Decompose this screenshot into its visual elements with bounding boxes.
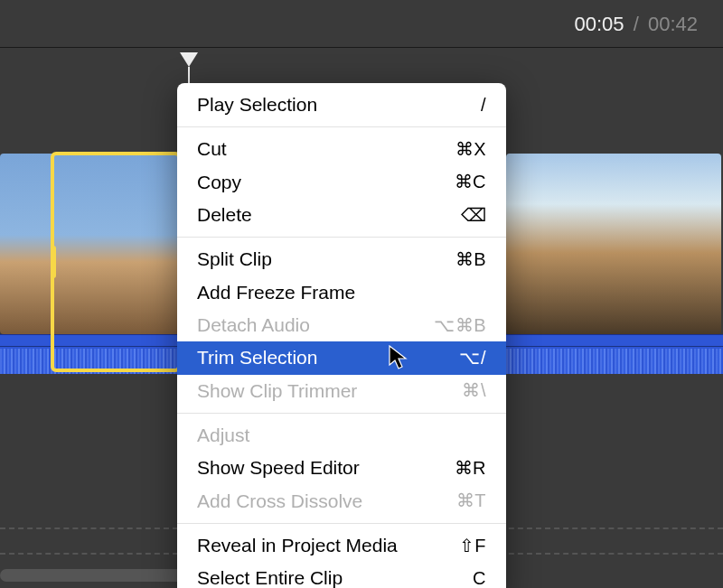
context-menu: Play Selection/Cut⌘XCopy⌘CDelete⌫Split C… bbox=[177, 83, 506, 588]
menu-item-show-clip-trimmer: Show Clip Trimmer⌘\ bbox=[177, 375, 506, 407]
menu-item-shortcut: ⌘T bbox=[456, 489, 486, 513]
toolbar-divider bbox=[0, 47, 723, 48]
menu-item-detach-audio: Detach Audio⌥⌘B bbox=[177, 309, 506, 341]
menu-item-shortcut: C bbox=[473, 566, 486, 588]
menu-item-label: Detach Audio bbox=[197, 313, 310, 338]
menu-item-label: Select Entire Clip bbox=[197, 565, 343, 588]
menu-item-label: Show Clip Trimmer bbox=[197, 378, 357, 404]
menu-item-trim-selection[interactable]: Trim Selection⌥/ bbox=[177, 341, 506, 374]
playhead-marker[interactable] bbox=[178, 51, 200, 69]
playhead-line bbox=[188, 67, 190, 85]
menu-item-split-clip[interactable]: Split Clip⌘B bbox=[177, 243, 506, 275]
menu-item-shortcut: ⌘C bbox=[455, 170, 486, 194]
menu-item-label: Cut bbox=[197, 136, 227, 162]
menu-item-reveal-in-project-media[interactable]: Reveal in Project Media⇧F bbox=[177, 529, 506, 562]
menu-item-shortcut: ⌘B bbox=[455, 247, 486, 272]
clip-thumbnail bbox=[506, 154, 721, 334]
clip-thumbnail bbox=[0, 154, 181, 334]
menu-item-adjust: Adjust bbox=[177, 419, 506, 452]
menu-item-cut[interactable]: Cut⌘X bbox=[177, 133, 506, 165]
menu-item-label: Copy bbox=[197, 170, 241, 195]
menu-item-shortcut: ⌥/ bbox=[459, 346, 486, 370]
timeline-clip[interactable] bbox=[506, 154, 721, 334]
menu-item-shortcut: ⌘R bbox=[455, 456, 486, 481]
menu-item-label: Add Cross Dissolve bbox=[197, 489, 362, 514]
menu-item-shortcut: ⇧F bbox=[459, 534, 486, 558]
timecode-separator: / bbox=[634, 13, 639, 35]
svg-marker-0 bbox=[180, 52, 198, 67]
timeline-clip[interactable] bbox=[0, 154, 181, 334]
menu-item-select-entire-clip[interactable]: Select Entire ClipC bbox=[177, 562, 506, 588]
menu-item-label: Reveal in Project Media bbox=[197, 533, 398, 558]
menu-item-add-cross-dissolve: Add Cross Dissolve⌘T bbox=[177, 485, 506, 518]
menu-item-label: Play Selection bbox=[197, 92, 317, 117]
menu-separator bbox=[177, 126, 506, 127]
timecode-current: 00:05 bbox=[575, 13, 624, 35]
menu-item-play-selection[interactable]: Play Selection/ bbox=[177, 89, 506, 121]
timecode-total: 00:42 bbox=[648, 13, 698, 35]
menu-item-copy[interactable]: Copy⌘C bbox=[177, 166, 506, 199]
menu-item-add-freeze-frame[interactable]: Add Freeze Frame bbox=[177, 276, 506, 309]
menu-item-shortcut: ⌘\ bbox=[462, 378, 486, 403]
menu-item-shortcut: ⌥⌘B bbox=[434, 313, 486, 338]
menu-separator bbox=[177, 413, 506, 414]
menu-item-label: Trim Selection bbox=[197, 345, 317, 370]
menu-item-show-speed-editor[interactable]: Show Speed Editor⌘R bbox=[177, 452, 506, 484]
menu-item-shortcut: ⌘X bbox=[455, 137, 486, 162]
menu-item-label: Show Speed Editor bbox=[197, 455, 360, 481]
menu-separator bbox=[177, 523, 506, 524]
menu-item-shortcut: ⌫ bbox=[461, 203, 487, 228]
timecode-display: 00:05 / 00:42 bbox=[575, 13, 699, 36]
menu-item-shortcut: / bbox=[481, 93, 486, 117]
menu-separator bbox=[177, 237, 506, 238]
menu-item-label: Split Clip bbox=[197, 247, 272, 272]
menu-item-delete[interactable]: Delete⌫ bbox=[177, 199, 506, 231]
menu-item-label: Delete bbox=[197, 202, 252, 228]
menu-item-label: Add Freeze Frame bbox=[197, 280, 355, 305]
menu-item-label: Adjust bbox=[197, 423, 249, 448]
